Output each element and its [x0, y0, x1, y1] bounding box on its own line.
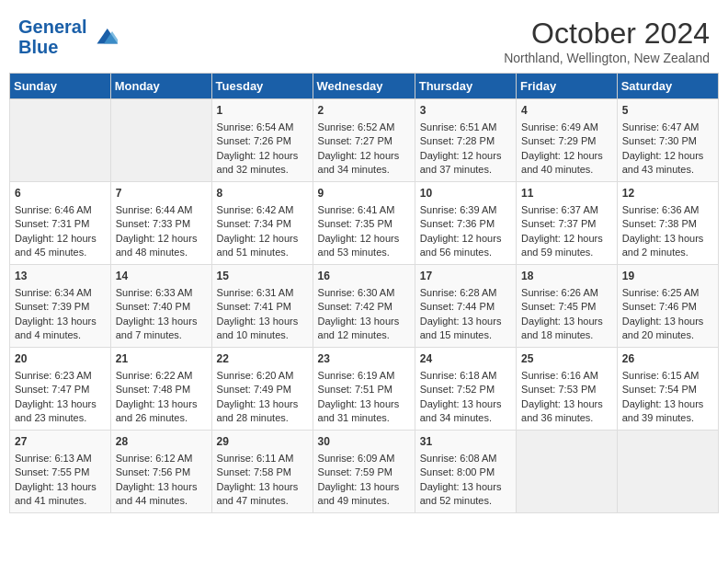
day-info: Sunrise: 6:23 AM Sunset: 7:47 PM Dayligh…	[15, 370, 97, 423]
day-info: Sunrise: 6:13 AM Sunset: 7:55 PM Dayligh…	[15, 453, 97, 506]
day-header-tuesday: Tuesday	[211, 74, 313, 99]
calendar-cell: 30Sunrise: 6:09 AM Sunset: 7:59 PM Dayli…	[313, 431, 415, 513]
day-number: 29	[217, 434, 308, 450]
calendar-cell: 15Sunrise: 6:31 AM Sunset: 7:41 PM Dayli…	[211, 265, 313, 348]
calendar-cell: 19Sunrise: 6:25 AM Sunset: 7:46 PM Dayli…	[617, 265, 718, 348]
day-number: 28	[116, 434, 207, 450]
day-info: Sunrise: 6:34 AM Sunset: 7:39 PM Dayligh…	[15, 287, 97, 340]
calendar-cell: 1Sunrise: 6:54 AM Sunset: 7:26 PM Daylig…	[211, 99, 313, 182]
day-info: Sunrise: 6:26 AM Sunset: 7:45 PM Dayligh…	[521, 287, 603, 340]
calendar-cell: 28Sunrise: 6:12 AM Sunset: 7:56 PM Dayli…	[110, 431, 211, 513]
day-number: 1	[217, 103, 308, 119]
calendar-cell: 20Sunrise: 6:23 AM Sunset: 7:47 PM Dayli…	[10, 348, 111, 431]
day-number: 3	[420, 103, 511, 119]
day-number: 17	[420, 269, 511, 284]
day-info: Sunrise: 6:20 AM Sunset: 7:49 PM Dayligh…	[217, 370, 299, 423]
day-number: 5	[622, 103, 713, 119]
day-number: 25	[521, 351, 612, 367]
calendar-cell	[110, 99, 211, 182]
day-info: Sunrise: 6:22 AM Sunset: 7:48 PM Dayligh…	[116, 370, 198, 423]
day-info: Sunrise: 6:30 AM Sunset: 7:42 PM Dayligh…	[318, 287, 400, 340]
day-number: 9	[318, 186, 410, 201]
day-number: 12	[622, 186, 713, 201]
calendar-cell: 25Sunrise: 6:16 AM Sunset: 7:53 PM Dayli…	[517, 348, 618, 431]
logo-icon	[90, 23, 118, 51]
calendar-cell: 5Sunrise: 6:47 AM Sunset: 7:30 PM Daylig…	[617, 99, 718, 182]
calendar-cell: 3Sunrise: 6:51 AM Sunset: 7:28 PM Daylig…	[415, 99, 516, 182]
location: Northland, Wellington, New Zealand	[504, 51, 710, 65]
day-number: 8	[217, 186, 308, 201]
day-header-thursday: Thursday	[415, 74, 516, 99]
day-info: Sunrise: 6:12 AM Sunset: 7:56 PM Dayligh…	[116, 453, 198, 506]
calendar-cell: 4Sunrise: 6:49 AM Sunset: 7:29 PM Daylig…	[517, 99, 618, 182]
day-info: Sunrise: 6:33 AM Sunset: 7:40 PM Dayligh…	[116, 287, 198, 340]
day-header-wednesday: Wednesday	[313, 74, 415, 99]
calendar-header-row: SundayMondayTuesdayWednesdayThursdayFrid…	[10, 74, 719, 99]
calendar-cell: 26Sunrise: 6:15 AM Sunset: 7:54 PM Dayli…	[617, 348, 718, 431]
day-number: 19	[622, 269, 713, 284]
day-number: 4	[521, 103, 612, 119]
day-header-sunday: Sunday	[10, 74, 111, 99]
calendar-cell: 24Sunrise: 6:18 AM Sunset: 7:52 PM Dayli…	[415, 348, 516, 431]
day-number: 10	[420, 186, 511, 201]
calendar-cell: 2Sunrise: 6:52 AM Sunset: 7:27 PM Daylig…	[313, 99, 415, 182]
day-number: 6	[15, 186, 106, 201]
day-info: Sunrise: 6:25 AM Sunset: 7:46 PM Dayligh…	[622, 287, 704, 340]
day-number: 16	[318, 269, 410, 284]
day-number: 18	[521, 269, 612, 284]
day-header-monday: Monday	[110, 74, 211, 99]
calendar-cell: 14Sunrise: 6:33 AM Sunset: 7:40 PM Dayli…	[110, 265, 211, 348]
day-number: 11	[521, 186, 612, 201]
day-number: 30	[318, 434, 410, 450]
month-title: October 2024	[504, 17, 710, 51]
day-info: Sunrise: 6:52 AM Sunset: 7:27 PM Dayligh…	[318, 121, 400, 175]
day-info: Sunrise: 6:51 AM Sunset: 7:28 PM Dayligh…	[420, 121, 502, 175]
day-info: Sunrise: 6:36 AM Sunset: 7:38 PM Dayligh…	[622, 204, 704, 258]
calendar-week-row: 27Sunrise: 6:13 AM Sunset: 7:55 PM Dayli…	[10, 431, 719, 513]
calendar-cell: 10Sunrise: 6:39 AM Sunset: 7:36 PM Dayli…	[415, 182, 516, 265]
day-info: Sunrise: 6:31 AM Sunset: 7:41 PM Dayligh…	[217, 287, 299, 340]
day-info: Sunrise: 6:49 AM Sunset: 7:29 PM Dayligh…	[521, 121, 603, 175]
calendar-week-row: 6Sunrise: 6:46 AM Sunset: 7:31 PM Daylig…	[10, 182, 719, 265]
day-info: Sunrise: 6:39 AM Sunset: 7:36 PM Dayligh…	[420, 204, 502, 258]
calendar-cell: 12Sunrise: 6:36 AM Sunset: 7:38 PM Dayli…	[617, 182, 718, 265]
day-info: Sunrise: 6:44 AM Sunset: 7:33 PM Dayligh…	[116, 204, 198, 258]
calendar-cell: 18Sunrise: 6:26 AM Sunset: 7:45 PM Dayli…	[517, 265, 618, 348]
day-info: Sunrise: 6:28 AM Sunset: 7:44 PM Dayligh…	[420, 287, 502, 340]
calendar-cell: 22Sunrise: 6:20 AM Sunset: 7:49 PM Dayli…	[211, 348, 313, 431]
calendar-cell: 23Sunrise: 6:19 AM Sunset: 7:51 PM Dayli…	[313, 348, 415, 431]
calendar-cell: 17Sunrise: 6:28 AM Sunset: 7:44 PM Dayli…	[415, 265, 516, 348]
day-info: Sunrise: 6:54 AM Sunset: 7:26 PM Dayligh…	[217, 121, 299, 175]
day-info: Sunrise: 6:16 AM Sunset: 7:53 PM Dayligh…	[521, 370, 603, 423]
day-info: Sunrise: 6:46 AM Sunset: 7:31 PM Dayligh…	[15, 204, 97, 258]
day-number: 20	[15, 351, 106, 367]
day-info: Sunrise: 6:19 AM Sunset: 7:51 PM Dayligh…	[318, 370, 400, 423]
day-info: Sunrise: 6:09 AM Sunset: 7:59 PM Dayligh…	[318, 453, 400, 506]
calendar-cell: 8Sunrise: 6:42 AM Sunset: 7:34 PM Daylig…	[211, 182, 313, 265]
day-header-saturday: Saturday	[617, 74, 718, 99]
day-number: 7	[116, 186, 207, 201]
calendar-cell: 7Sunrise: 6:44 AM Sunset: 7:33 PM Daylig…	[110, 182, 211, 265]
day-number: 26	[622, 351, 713, 367]
day-number: 23	[318, 351, 410, 367]
day-info: Sunrise: 6:47 AM Sunset: 7:30 PM Dayligh…	[622, 121, 704, 175]
day-info: Sunrise: 6:15 AM Sunset: 7:54 PM Dayligh…	[622, 370, 704, 423]
day-number: 2	[318, 103, 410, 119]
calendar-cell: 27Sunrise: 6:13 AM Sunset: 7:55 PM Dayli…	[10, 431, 111, 513]
calendar-cell	[617, 431, 718, 513]
calendar-table: SundayMondayTuesdayWednesdayThursdayFrid…	[9, 73, 719, 513]
day-number: 22	[217, 351, 308, 367]
calendar-cell: 11Sunrise: 6:37 AM Sunset: 7:37 PM Dayli…	[517, 182, 618, 265]
calendar-cell: 6Sunrise: 6:46 AM Sunset: 7:31 PM Daylig…	[10, 182, 111, 265]
calendar-cell: 16Sunrise: 6:30 AM Sunset: 7:42 PM Dayli…	[313, 265, 415, 348]
title-block: October 2024 Northland, Wellington, New …	[504, 17, 710, 65]
day-info: Sunrise: 6:41 AM Sunset: 7:35 PM Dayligh…	[318, 204, 400, 258]
day-info: Sunrise: 6:18 AM Sunset: 7:52 PM Dayligh…	[420, 370, 502, 423]
day-number: 13	[15, 269, 106, 284]
day-header-friday: Friday	[517, 74, 618, 99]
logo-text: General Blue	[18, 17, 86, 57]
calendar-cell: 9Sunrise: 6:41 AM Sunset: 7:35 PM Daylig…	[313, 182, 415, 265]
day-number: 21	[116, 351, 207, 367]
day-info: Sunrise: 6:11 AM Sunset: 7:58 PM Dayligh…	[217, 453, 299, 506]
calendar-cell	[517, 431, 618, 513]
